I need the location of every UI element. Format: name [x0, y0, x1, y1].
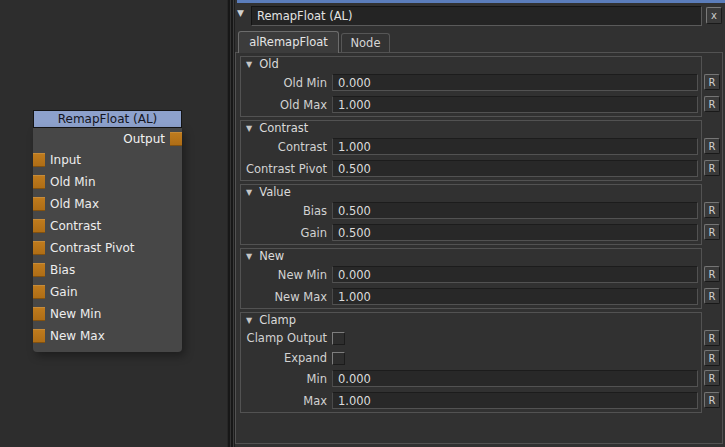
- param-label: Contrast: [241, 140, 327, 154]
- field-gain[interactable]: [332, 224, 698, 241]
- group-old: ▼OldOld MinROld MaxR: [240, 56, 702, 117]
- field-min[interactable]: [332, 370, 698, 387]
- field-contrast-pivot[interactable]: [332, 160, 698, 177]
- node-title-bar[interactable]: RemapFloat (AL): [33, 110, 182, 128]
- app-root: { "colors":{ "accent_blue":"#5b7dbb", "n…: [0, 0, 725, 447]
- node-name-input[interactable]: [251, 6, 702, 26]
- node-input-row-new-min: New Min: [33, 303, 182, 325]
- node-input-row-contrast: Contrast: [33, 215, 182, 237]
- input-port-icon-input[interactable]: [33, 153, 45, 167]
- parameter-groups: ▼OldOld MinROld MaxR▼ContrastContrastRCo…: [236, 56, 722, 413]
- param-label: Max: [241, 394, 327, 408]
- group-header-value[interactable]: ▼Value: [241, 185, 701, 200]
- collapse-triangle-icon: ▼: [246, 252, 252, 261]
- group-title: Value: [259, 185, 291, 199]
- group-clamp: ▼ClampClamp OutputRExpandRMinRMaxR: [240, 312, 702, 413]
- group-header-clamp[interactable]: ▼Clamp: [241, 313, 701, 328]
- group-contrast: ▼ContrastContrastRContrast PivotR: [240, 120, 702, 181]
- reset-button[interactable]: R: [704, 266, 720, 282]
- param-row-contrast-pivot: Contrast PivotR: [241, 158, 701, 179]
- tab-node[interactable]: Node: [341, 33, 390, 53]
- field-contrast[interactable]: [332, 138, 698, 155]
- node-input-ports: InputOld MinOld MaxContrastContrast Pivo…: [33, 149, 182, 347]
- panel-accent-strip: [237, 0, 725, 3]
- reset-button[interactable]: R: [704, 74, 720, 90]
- param-row-new-min: New MinR: [241, 264, 701, 285]
- param-label: Old Max: [241, 98, 327, 112]
- field-new-min[interactable]: [332, 266, 698, 283]
- param-row-max: MaxR: [241, 390, 701, 411]
- collapse-triangle-icon: ▼: [246, 124, 252, 133]
- reset-button[interactable]: R: [704, 370, 720, 386]
- param-label: Contrast Pivot: [241, 162, 327, 176]
- output-port-icon[interactable]: [170, 132, 182, 146]
- node-input-row-contrast-pivot: Contrast Pivot: [33, 237, 182, 259]
- input-port-label: New Max: [50, 329, 105, 343]
- param-row-contrast: ContrastR: [241, 136, 701, 157]
- group-new: ▼NewNew MinRNew MaxR: [240, 248, 702, 309]
- param-label: New Max: [241, 290, 327, 304]
- tab-alremapfloat[interactable]: alRemapFloat: [238, 31, 339, 53]
- panel-splitter[interactable]: [227, 0, 235, 447]
- param-label: New Min: [241, 268, 327, 282]
- group-title: Clamp: [259, 313, 296, 327]
- input-port-label: Bias: [50, 263, 75, 277]
- input-port-icon-old-max[interactable]: [33, 197, 45, 211]
- input-port-icon-contrast-pivot[interactable]: [33, 241, 45, 255]
- reset-button[interactable]: R: [704, 96, 720, 112]
- close-panel-button[interactable]: x: [706, 7, 722, 24]
- param-row-old-min: Old MinR: [241, 72, 701, 93]
- param-row-min: MinR: [241, 368, 701, 389]
- node-graph-canvas[interactable]: RemapFloat (AL) Output InputOld MinOld M…: [0, 0, 227, 447]
- input-port-label: Contrast: [50, 219, 101, 233]
- group-value: ▼ValueBiasRGainR: [240, 184, 702, 245]
- input-port-label: Gain: [50, 285, 78, 299]
- parameter-panel: ▼ x alRemapFloat Node ▼OldOld MinROld Ma…: [235, 0, 725, 447]
- reset-button[interactable]: R: [704, 330, 720, 346]
- param-label: Gain: [241, 226, 327, 240]
- remapfloat-node[interactable]: RemapFloat (AL) Output InputOld MinOld M…: [33, 110, 182, 352]
- reset-button[interactable]: R: [704, 392, 720, 408]
- node-input-row-bias: Bias: [33, 259, 182, 281]
- panel-collapse-triangle-icon[interactable]: ▼: [237, 8, 244, 18]
- input-port-label: Contrast Pivot: [50, 241, 135, 255]
- param-label: Expand: [241, 351, 327, 365]
- group-title: Contrast: [259, 121, 308, 135]
- param-row-bias: BiasR: [241, 200, 701, 221]
- field-bias[interactable]: [332, 202, 698, 219]
- reset-button[interactable]: R: [704, 288, 720, 304]
- reset-button[interactable]: R: [704, 224, 720, 240]
- input-port-icon-bias[interactable]: [33, 263, 45, 277]
- param-label: Old Min: [241, 76, 327, 90]
- input-port-icon-contrast[interactable]: [33, 219, 45, 233]
- collapse-triangle-icon: ▼: [246, 60, 252, 69]
- reset-button[interactable]: R: [704, 160, 720, 176]
- input-port-label: New Min: [50, 307, 101, 321]
- param-row-gain: GainR: [241, 222, 701, 243]
- checkbox-expand[interactable]: [332, 352, 345, 365]
- param-row-expand: ExpandR: [241, 348, 701, 368]
- input-port-label: Input: [50, 153, 81, 167]
- param-row-clamp-output: Clamp OutputR: [241, 328, 701, 348]
- field-old-max[interactable]: [332, 96, 698, 113]
- reset-button[interactable]: R: [704, 138, 720, 154]
- field-new-max[interactable]: [332, 288, 698, 305]
- reset-button[interactable]: R: [704, 350, 720, 366]
- field-old-min[interactable]: [332, 74, 698, 91]
- param-label: Clamp Output: [241, 331, 327, 345]
- input-port-icon-new-max[interactable]: [33, 329, 45, 343]
- param-label: Min: [241, 372, 327, 386]
- group-header-new[interactable]: ▼New: [241, 249, 701, 264]
- checkbox-clamp-output[interactable]: [332, 332, 345, 345]
- input-port-icon-new-min[interactable]: [33, 307, 45, 321]
- parameters-container: ▼OldOld MinROld MaxR▼ContrastContrastRCo…: [235, 52, 723, 444]
- input-port-icon-old-min[interactable]: [33, 175, 45, 189]
- group-header-old[interactable]: ▼Old: [241, 57, 701, 72]
- input-port-icon-gain[interactable]: [33, 285, 45, 299]
- reset-button[interactable]: R: [704, 202, 720, 218]
- param-label: Bias: [241, 204, 327, 218]
- output-port-label: Output: [123, 132, 165, 146]
- group-header-contrast[interactable]: ▼Contrast: [241, 121, 701, 136]
- node-input-row-old-max: Old Max: [33, 193, 182, 215]
- field-max[interactable]: [332, 392, 698, 409]
